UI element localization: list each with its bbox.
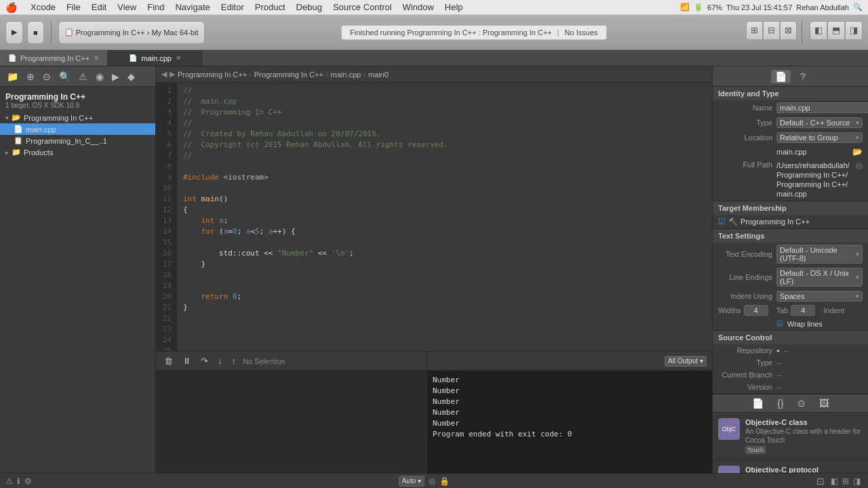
version-editor-button[interactable]: ⊠ <box>780 21 797 40</box>
type-select[interactable]: Default - C++ Source ▾ <box>776 117 863 128</box>
sidebar-project-header: Programming In C++ 1 target, OS X SDK 10… <box>0 89 155 112</box>
pause-debug-icon[interactable]: ⏸ <box>180 354 194 367</box>
snippet-code-icon[interactable]: {} <box>773 396 787 410</box>
menu-window[interactable]: Window <box>397 0 439 15</box>
tab-0[interactable]: 📄 Programming In C++ ✕ <box>0 50 108 66</box>
lock-icon[interactable]: 🔒 <box>439 476 450 486</box>
layout-icon-3[interactable]: ◨ <box>851 476 863 486</box>
snippet-1[interactable]: ObjC Objective-C protocol An Objective-C… <box>713 460 868 473</box>
search-icon[interactable]: 🔍 <box>853 3 863 12</box>
menu-xcode[interactable]: Xcode <box>25 0 61 15</box>
location-select[interactable]: Relative to Group ▾ <box>776 132 863 143</box>
step-over-icon[interactable]: ↷ <box>198 354 211 367</box>
zoom-fit-icon[interactable]: ⊡ <box>816 476 825 487</box>
sidebar-item-main-cpp[interactable]: 📄 main.cpp <box>0 123 155 135</box>
status-settings-icon[interactable]: ⚙ <box>24 476 32 486</box>
find-icon[interactable]: 🔍 <box>56 70 73 83</box>
nav-forward-icon[interactable]: ▶ <box>170 70 175 79</box>
menu-source-control[interactable]: Source Control <box>328 0 397 15</box>
project-sub: 1 target, OS X SDK 10.9 <box>5 102 150 109</box>
test-icon[interactable]: ◉ <box>93 70 106 83</box>
menu-file[interactable]: File <box>61 0 86 15</box>
breakpoint-icon[interactable]: ◆ <box>125 70 138 83</box>
menu-debug[interactable]: Debug <box>291 0 328 15</box>
name-label: Name <box>718 104 772 112</box>
standard-editor-button[interactable]: ⊞ <box>746 21 763 40</box>
line-endings-value: Default - OS X / Unix (LF) <box>780 269 856 285</box>
snippet-badge-0: Touch <box>745 446 766 454</box>
step-into-icon[interactable]: ↓ <box>215 354 225 367</box>
repo-dot-icon: ● <box>776 348 780 354</box>
name-input[interactable] <box>776 102 868 113</box>
scm-icon[interactable]: ⊕ <box>24 70 37 83</box>
line-endings-row: Line Endings Default - OS X / Unix (LF) … <box>713 266 868 289</box>
right-panel-button[interactable]: ◨ <box>845 21 863 40</box>
folder-icon[interactable]: 📁 <box>4 70 21 83</box>
choose-file-icon[interactable]: 📂 <box>852 147 863 157</box>
menu-help[interactable]: Help <box>439 0 469 15</box>
menu-product[interactable]: Product <box>250 0 291 15</box>
symbol-icon[interactable]: ⊙ <box>40 70 54 83</box>
tab-close-1[interactable]: ✕ <box>176 54 181 62</box>
menu-navigate[interactable]: Navigate <box>170 0 215 15</box>
bottom-panel-button[interactable]: ⬒ <box>827 21 845 40</box>
breadcrumb-item-1[interactable]: Programming In C++ › <box>254 70 328 79</box>
branch-row: Current Branch -- <box>713 369 868 381</box>
breadcrumb-item-2[interactable]: main.cpp › <box>331 70 366 79</box>
auto-selector[interactable]: Auto ▾ <box>399 476 425 487</box>
quick-help-button[interactable]: ? <box>796 70 810 83</box>
output-selector[interactable]: All Output ▾ <box>665 356 707 367</box>
breadcrumb-item-3[interactable]: main0 <box>368 70 389 79</box>
menu-view[interactable]: View <box>112 0 142 15</box>
breadcrumb-item-0[interactable]: Programming In C++ › <box>178 70 252 79</box>
tab-1[interactable]: 📄 main.cpp ✕ <box>108 50 203 66</box>
indent-width-input[interactable] <box>791 305 815 316</box>
sidebar-item-products[interactable]: ▸ 📁 Products <box>0 146 155 158</box>
snippet-media-icon[interactable]: 🖼 <box>815 396 833 410</box>
assistant-editor-button[interactable]: ⊟ <box>763 21 780 40</box>
sidebar-item-xcodeproj[interactable]: 📋 Programming_In_C__..1 <box>0 135 155 146</box>
type-row: Type Default - C++ Source ▾ <box>713 115 868 130</box>
code-area[interactable]: // // main.cpp // Programming In C++ // … <box>178 83 712 351</box>
indent-using-select[interactable]: Spaces ▾ <box>776 291 863 302</box>
wrap-lines-row: ☑ Wrap lines <box>713 317 868 330</box>
wrap-lines-checkbox[interactable]: ☑ <box>776 319 783 328</box>
sidebar-item-programming-group[interactable]: ▾ 📂 Programming In C++ <box>0 112 155 123</box>
debug-icon[interactable]: ▶ <box>109 70 122 83</box>
snippet-0[interactable]: ObjC Objective-C class An Objective-C cl… <box>713 413 868 460</box>
filename-row: main.cpp 📂 <box>713 145 868 159</box>
file-inspector-button[interactable]: 📄 <box>771 70 791 83</box>
line-endings-select[interactable]: Default - OS X / Unix (LF) ▾ <box>776 268 863 287</box>
show-types-icon[interactable]: ◎ <box>429 476 435 486</box>
layout-icon-2[interactable]: ⊞ <box>840 476 851 486</box>
tab-close-0[interactable]: ✕ <box>94 54 99 62</box>
encoding-select[interactable]: Default - Unicode (UTF-8) ▾ <box>776 245 863 264</box>
stop-button[interactable]: ■ <box>27 21 44 44</box>
breadcrumb-label-3: main0 <box>368 70 389 79</box>
step-out-icon[interactable]: ↑ <box>229 354 239 367</box>
menu-edit[interactable]: Edit <box>86 0 112 15</box>
menu-editor[interactable]: Editor <box>216 0 250 15</box>
run-button[interactable]: ▶ <box>5 21 23 44</box>
code-editor[interactable]: 12345 678910 1112131415 1617181920 21222… <box>156 83 712 351</box>
apple-menu[interactable]: 🍎 <box>5 2 17 13</box>
menu-find[interactable]: Find <box>142 0 170 15</box>
clear-console-icon[interactable]: 🗑 <box>161 354 176 367</box>
layout-icon-1[interactable]: ◧ <box>829 476 840 486</box>
issue-icon[interactable]: ⚠ <box>76 70 90 83</box>
tab-width-input[interactable] <box>744 305 768 316</box>
debug-area: 🗑 ⏸ ↷ ↓ ↑ No Selection All Output ▾ <box>156 351 712 473</box>
status-warning-icon[interactable]: ⚠ <box>5 476 13 486</box>
snippet-desc-0: An Objective-C class with a header for C… <box>745 427 863 445</box>
left-panel-button[interactable]: ◧ <box>810 21 827 40</box>
target-row: ☑ 🔨 Programming In C++ <box>713 215 868 228</box>
status-info-icon[interactable]: ℹ <box>17 476 20 486</box>
scheme-selector[interactable]: 📋 Programming In C++ › My Mac 64-bit <box>58 21 205 44</box>
target-checkbox[interactable]: ☑ <box>718 217 726 226</box>
nav-back-icon[interactable]: ◀ <box>161 70 167 79</box>
reveal-file-icon[interactable]: ◎ <box>856 161 863 170</box>
snippet-object-icon[interactable]: ⊙ <box>793 396 810 410</box>
status-display: Finished running Programming In C++ : Pr… <box>341 25 607 40</box>
snippet-file-icon[interactable]: 📄 <box>748 396 768 410</box>
sidebar-file-main-cpp: main.cpp <box>26 125 56 134</box>
